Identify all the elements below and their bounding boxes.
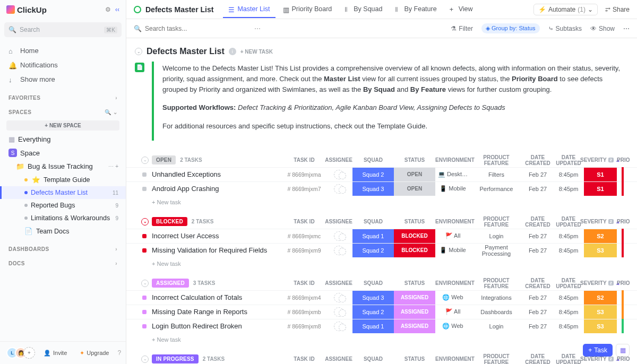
info-icon[interactable]: i bbox=[229, 48, 236, 55]
help-icon[interactable]: ? bbox=[118, 349, 122, 357]
task-row[interactable]: Incorrect Calculation of Totals # 8669mj… bbox=[126, 290, 637, 305]
cell-status[interactable]: BLOCKED bbox=[394, 244, 435, 257]
tab-priority-board[interactable]: ▥Priority Board bbox=[278, 1, 338, 18]
cell-assignee[interactable] bbox=[325, 291, 352, 305]
section-dashboards[interactable]: DASHBOARDS› bbox=[0, 241, 126, 255]
cell-severity[interactable]: S2 bbox=[584, 291, 617, 305]
cell-squad[interactable]: Squad 1 bbox=[352, 319, 394, 333]
cell-environment[interactable]: 💻 Deskt… bbox=[435, 168, 470, 181]
chevron-down-icon[interactable]: ⌄ bbox=[141, 218, 149, 226]
toolbar-overflow-icon[interactable]: ⋯ bbox=[623, 25, 630, 32]
automate-button[interactable]: ⚡Automate (1) ⌄ bbox=[533, 4, 598, 15]
cell-environment[interactable]: 🌐 Web bbox=[435, 319, 470, 333]
group-header[interactable]: ⌄ ASSIGNED 3 TASKS TASK IDASSIGNEESQUADS… bbox=[126, 276, 637, 290]
add-task-row[interactable]: + New task bbox=[126, 257, 637, 267]
cell-assignee[interactable] bbox=[325, 229, 352, 243]
nav-show-more[interactable]: ↓Show more bbox=[0, 72, 126, 86]
task-row[interactable]: Android App Crashing # 8669mjxm7 Squad 3… bbox=[126, 181, 637, 196]
section-spaces[interactable]: SPACES🔍 ⌄ bbox=[0, 104, 126, 118]
cell-assignee[interactable] bbox=[325, 182, 352, 196]
logo[interactable]: ClickUp bbox=[6, 5, 47, 14]
cell-severity[interactable]: S2 bbox=[584, 229, 617, 243]
cell-product-feature[interactable]: Filters bbox=[470, 168, 522, 181]
collapse-icon[interactable]: ‹‹ bbox=[115, 6, 119, 13]
group-by-button[interactable]: ◈ Group by: Status bbox=[481, 23, 540, 33]
cell-environment[interactable]: 🚩 All bbox=[435, 229, 470, 243]
cell-environment[interactable]: 🌐 Web bbox=[435, 291, 470, 305]
upgrade-button[interactable]: ✦Upgrade bbox=[75, 348, 113, 358]
cell-squad[interactable]: Squad 2 bbox=[352, 168, 394, 181]
tree-list-limitations[interactable]: Limitations & Workarounds9 bbox=[0, 212, 126, 224]
cell-priority[interactable] bbox=[617, 168, 629, 181]
cell-priority[interactable] bbox=[617, 229, 629, 243]
cell-assignee[interactable] bbox=[325, 305, 352, 319]
cell-status[interactable]: ASSIGNED bbox=[394, 319, 435, 333]
cell-assignee[interactable] bbox=[325, 244, 352, 257]
collapse-all-icon[interactable]: ⌄ bbox=[135, 48, 142, 55]
cell-status[interactable]: OPEN bbox=[394, 168, 435, 181]
fab-apps-button[interactable]: ▦ bbox=[616, 344, 630, 357]
cell-status[interactable]: BLOCKED bbox=[394, 229, 435, 243]
chevron-down-icon[interactable]: ⌄ bbox=[141, 280, 149, 287]
tree-list-teamdocs[interactable]: 📄Team Docs bbox=[0, 224, 126, 238]
cell-squad[interactable]: Squad 2 bbox=[352, 305, 394, 319]
invite-button[interactable]: 👤Invite bbox=[39, 348, 71, 358]
cell-squad[interactable]: Squad 1 bbox=[352, 229, 394, 243]
cell-severity[interactable]: S1 bbox=[584, 168, 617, 181]
new-task-link[interactable]: + NEW TASK bbox=[240, 49, 273, 55]
cell-priority[interactable] bbox=[617, 244, 629, 257]
search-input[interactable]: 🔍 Search ⌘K bbox=[4, 22, 122, 37]
cell-product-feature[interactable]: Login bbox=[470, 319, 522, 333]
cell-severity[interactable]: S3 bbox=[584, 305, 617, 319]
cell-assignee[interactable] bbox=[325, 319, 352, 333]
cell-environment[interactable]: 📱 Mobile bbox=[435, 182, 470, 196]
tree-list-template[interactable]: ⭐Template Guide bbox=[0, 173, 126, 186]
cell-status[interactable]: ASSIGNED bbox=[394, 305, 435, 319]
tree-space[interactable]: SSpace bbox=[0, 146, 126, 160]
tree-list-reported[interactable]: Reported Bugs9 bbox=[0, 199, 126, 212]
tab-by-squad[interactable]: ⫴By Squad bbox=[339, 1, 388, 18]
show-button[interactable]: 👁Show bbox=[590, 25, 615, 32]
cell-severity[interactable]: S1 bbox=[584, 182, 617, 196]
tab-add-view[interactable]: +View bbox=[444, 1, 478, 18]
tab-by-feature[interactable]: ⫴By Feature bbox=[390, 1, 442, 18]
cell-assignee[interactable] bbox=[325, 168, 352, 181]
cell-severity[interactable]: S3 bbox=[584, 244, 617, 257]
cell-squad[interactable]: Squad 3 bbox=[352, 182, 394, 196]
new-space-button[interactable]: + NEW SPACE bbox=[6, 120, 119, 131]
cell-priority[interactable] bbox=[617, 182, 629, 196]
cell-priority[interactable] bbox=[617, 305, 629, 319]
cell-priority[interactable] bbox=[617, 319, 629, 333]
cell-product-feature[interactable]: Integrations bbox=[470, 291, 522, 305]
member-avatars[interactable]: L 👩 + bbox=[6, 347, 35, 359]
cell-squad[interactable]: Squad 3 bbox=[352, 291, 394, 305]
task-row[interactable]: Missing Validation for Required Fields #… bbox=[126, 243, 637, 257]
cell-environment[interactable]: 🚩 All bbox=[435, 305, 470, 319]
section-favorites[interactable]: FAVORITES› bbox=[0, 90, 126, 104]
toolbar-more-icon[interactable]: ⋯ bbox=[254, 25, 261, 32]
tree-list-defects[interactable]: Defects Master List11 bbox=[0, 186, 126, 199]
task-search-input[interactable] bbox=[145, 25, 251, 32]
group-header[interactable]: ⌄ OPEN 2 TASKS TASK IDASSIGNEESQUADSTATU… bbox=[126, 153, 637, 167]
task-row[interactable]: Unhandled Exceptions # 8669mjxma Squad 2… bbox=[126, 167, 637, 181]
new-task-fab[interactable]: +Task bbox=[583, 344, 613, 357]
search-spaces-icon[interactable]: 🔍 bbox=[105, 109, 111, 115]
cell-severity[interactable]: S3 bbox=[584, 319, 617, 333]
subtasks-button[interactable]: ⤷Subtasks bbox=[548, 25, 582, 32]
cell-squad[interactable]: Squad 2 bbox=[352, 244, 394, 257]
task-row[interactable]: Incorrect User Access # 8669mjxmc Squad … bbox=[126, 229, 637, 243]
tab-master-list[interactable]: ☰Master List bbox=[223, 1, 275, 18]
cell-status[interactable]: ASSIGNED bbox=[394, 291, 435, 305]
cell-product-feature[interactable]: Performance bbox=[470, 182, 522, 196]
add-task-row[interactable]: + New task bbox=[126, 196, 637, 205]
group-header[interactable]: ⌄ IN PROGRESS 2 TASKS TASK IDASSIGNEESQU… bbox=[126, 352, 637, 364]
task-row[interactable]: Missing Date Range in Reports # 8669mjxm… bbox=[126, 305, 637, 319]
nav-home[interactable]: ⌂Home bbox=[0, 44, 126, 58]
chevron-down-icon[interactable]: ⌄ bbox=[141, 356, 149, 363]
cell-product-feature[interactable]: Payment Processing bbox=[470, 244, 522, 257]
share-button[interactable]: ⥂Share bbox=[605, 6, 630, 13]
tree-everything[interactable]: ▦Everything bbox=[0, 133, 126, 146]
filter-button[interactable]: ⚗Filter bbox=[451, 25, 473, 32]
tree-folder-bugs[interactable]: 📁Bug & Issue Tracking⋯ + bbox=[0, 160, 126, 173]
folder-more-icon[interactable]: ⋯ bbox=[108, 163, 114, 169]
